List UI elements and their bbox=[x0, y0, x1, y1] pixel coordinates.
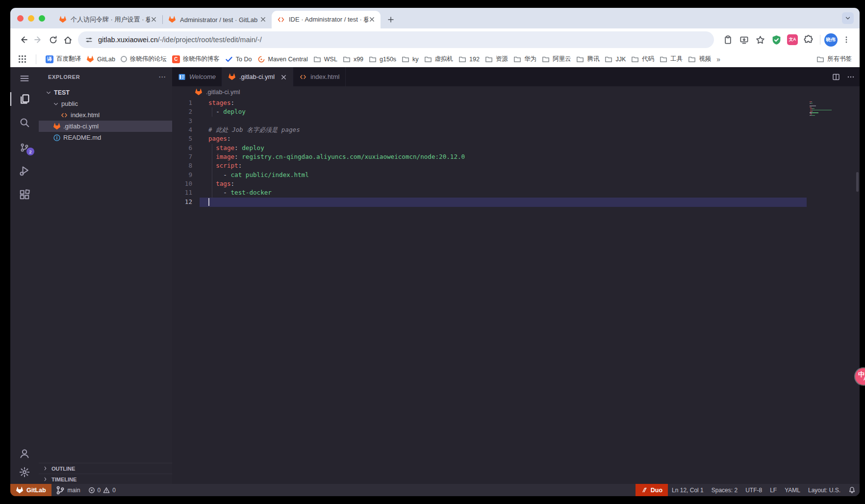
sidebar-section-timeline[interactable]: TIMELINE bbox=[39, 474, 172, 484]
editor-tab-welcome[interactable]: Welcome bbox=[172, 67, 222, 86]
activity-settings[interactable] bbox=[10, 462, 39, 482]
bookmark-item[interactable]: 资源 bbox=[485, 55, 508, 63]
folder-icon bbox=[513, 55, 521, 63]
activity-extensions[interactable] bbox=[10, 185, 39, 204]
activity-account[interactable] bbox=[10, 444, 39, 463]
bookmark-item[interactable]: 代码 bbox=[631, 55, 654, 63]
forward-button[interactable] bbox=[31, 32, 46, 47]
branch-indicator[interactable]: main bbox=[51, 484, 84, 496]
tree-item-test[interactable]: TEST bbox=[39, 87, 172, 98]
bookmark-item[interactable]: 虚拟机 bbox=[424, 55, 454, 63]
ring-icon bbox=[121, 56, 127, 62]
tree-item-.gitlab-ci.yml[interactable]: .gitlab-ci.yml bbox=[39, 121, 172, 132]
bookmark-item[interactable]: x99 bbox=[343, 55, 363, 63]
bookmark-label: 代码 bbox=[642, 55, 654, 63]
duo-icon bbox=[641, 487, 648, 494]
minimize-window-button[interactable] bbox=[28, 15, 34, 22]
profile-avatar[interactable]: 晓伟 bbox=[824, 33, 838, 47]
tree-item-public[interactable]: public bbox=[39, 98, 172, 109]
encoding[interactable]: UTF-8 bbox=[741, 484, 766, 496]
bookmark-item[interactable]: ky bbox=[402, 55, 419, 63]
bookmark-item[interactable]: 192 bbox=[458, 55, 480, 63]
clipboard-icon[interactable] bbox=[720, 32, 735, 47]
site-info-icon[interactable] bbox=[85, 36, 93, 44]
explorer-more-actions-icon[interactable]: ⋯ bbox=[158, 73, 166, 81]
close-tab-icon[interactable] bbox=[259, 16, 267, 24]
bookmark-item[interactable]: 视频 bbox=[688, 55, 711, 63]
info-file-icon bbox=[53, 134, 61, 142]
translate-extension-icon[interactable]: 文A bbox=[785, 32, 800, 47]
bookmark-item[interactable]: 阿里云 bbox=[542, 55, 571, 63]
reload-button[interactable] bbox=[46, 32, 60, 47]
close-window-button[interactable] bbox=[17, 15, 24, 22]
tree-item-readme.md[interactable]: README.md bbox=[39, 132, 172, 143]
install-app-icon[interactable] bbox=[737, 32, 751, 47]
indentation[interactable]: Spaces: 2 bbox=[708, 484, 741, 496]
duo-button[interactable]: Duo bbox=[636, 484, 668, 496]
problems-indicator[interactable]: 00 bbox=[84, 484, 120, 496]
editor-more-actions-icon[interactable] bbox=[847, 73, 855, 81]
tree-item-index.html[interactable]: index.html bbox=[39, 109, 172, 121]
new-tab-button[interactable] bbox=[384, 13, 397, 26]
bookmark-item[interactable]: To Do bbox=[225, 55, 252, 63]
bookmark-label: ky bbox=[412, 56, 419, 63]
toolbar-divider bbox=[820, 35, 820, 45]
browser-menu-kebab-icon[interactable] bbox=[839, 32, 854, 47]
notifications-bell-icon[interactable] bbox=[844, 484, 860, 496]
scm-changes-badge: 2 bbox=[26, 148, 34, 155]
editor-tab-.gitlab-ci.yml[interactable]: .gitlab-ci.yml bbox=[222, 67, 293, 86]
bookmark-item[interactable]: 腾讯 bbox=[576, 55, 599, 63]
activity-explorer[interactable] bbox=[10, 89, 39, 109]
folder-icon bbox=[816, 55, 824, 63]
bookmark-item[interactable]: C徐晓伟的博客 bbox=[172, 55, 220, 63]
breadcrumb[interactable]: .gitlab-ci.yml bbox=[172, 86, 860, 98]
bookmark-item[interactable]: 译百度翻译 bbox=[46, 55, 81, 63]
folder-icon bbox=[605, 55, 612, 63]
close-editor-tab-icon[interactable] bbox=[280, 74, 287, 80]
cursor-position[interactable]: Ln 12, Col 1 bbox=[668, 484, 708, 496]
browser-tab[interactable]: Administrator / test · GitLab bbox=[163, 11, 272, 28]
keyboard-layout[interactable]: Layout: U.S. bbox=[804, 484, 844, 496]
bookmark-item[interactable]: WSL bbox=[313, 55, 337, 63]
adblock-shield-icon[interactable] bbox=[769, 32, 784, 47]
activity-source-control[interactable]: 2 bbox=[10, 138, 39, 157]
gitlab-menu-button[interactable]: GitLab bbox=[10, 484, 51, 496]
zoom-window-button[interactable] bbox=[39, 15, 45, 22]
bookmark-item[interactable]: g150s bbox=[369, 55, 396, 63]
sidebar-section-outline[interactable]: OUTLINE bbox=[39, 463, 172, 474]
extensions-puzzle-icon[interactable] bbox=[801, 32, 816, 47]
bookmark-item[interactable]: Maven Central bbox=[257, 55, 308, 63]
editor-tab-index.html[interactable]: index.html bbox=[293, 67, 346, 86]
home-button[interactable] bbox=[60, 32, 75, 47]
scrollbar-slider[interactable] bbox=[856, 172, 859, 192]
section-label: OUTLINE bbox=[51, 466, 75, 472]
code-editor[interactable]: 1 2 3 4 5 6 7 8 9 10 11 12stages: - depl… bbox=[172, 98, 860, 484]
bookmark-star-icon[interactable] bbox=[753, 32, 767, 47]
browser-tab[interactable]: IDE · Administrator / test · 极 bbox=[272, 11, 381, 28]
tab-title: IDE · Administrator / test · 极 bbox=[289, 15, 368, 24]
tree-label: .gitlab-ci.yml bbox=[63, 123, 99, 130]
bookmark-item[interactable]: GitLab bbox=[86, 55, 115, 63]
all-bookmarks[interactable]: 所有书签 bbox=[816, 55, 852, 63]
back-button[interactable] bbox=[16, 32, 31, 47]
activity-menu[interactable] bbox=[10, 69, 39, 88]
close-tab-icon[interactable] bbox=[150, 16, 158, 24]
bookmark-item[interactable]: JJK bbox=[605, 55, 626, 63]
bookmark-item[interactable]: 华为 bbox=[513, 55, 536, 63]
apps-grid-icon[interactable] bbox=[18, 55, 26, 63]
close-tab-icon[interactable] bbox=[368, 16, 376, 24]
bookmark-item[interactable]: 工具 bbox=[660, 55, 683, 63]
split-editor-icon[interactable] bbox=[832, 73, 840, 81]
language-mode[interactable]: YAML bbox=[781, 484, 804, 496]
tab-search-chevron-icon[interactable] bbox=[842, 12, 854, 24]
activity-run-debug[interactable] bbox=[10, 161, 39, 180]
address-bar[interactable]: gitlab.xuxiaowei.cn/-/ide/project/root/t… bbox=[78, 31, 714, 48]
activity-search[interactable] bbox=[10, 113, 39, 132]
minimap[interactable] bbox=[810, 101, 850, 118]
html-icon bbox=[299, 73, 307, 81]
bookmark-item[interactable]: 徐晓伟的论坛 bbox=[121, 55, 167, 63]
browser-tab[interactable]: 个人访问令牌 · 用户设置 · 极狐 bbox=[53, 11, 162, 28]
gitlab-favicon bbox=[168, 16, 176, 24]
bookmarks-overflow-chevron[interactable]: » bbox=[716, 55, 720, 63]
eol[interactable]: LF bbox=[766, 484, 781, 496]
